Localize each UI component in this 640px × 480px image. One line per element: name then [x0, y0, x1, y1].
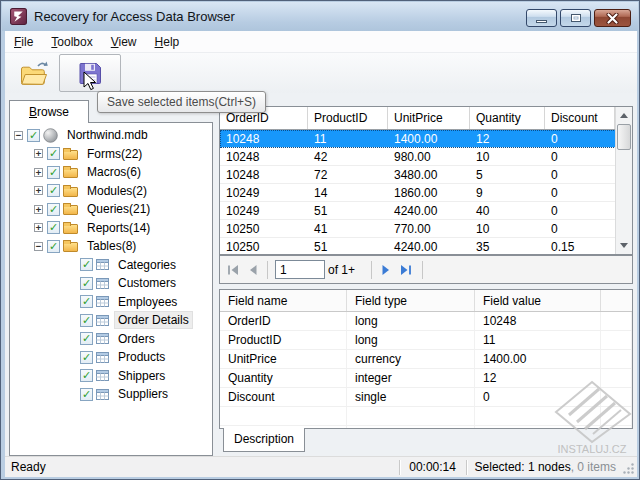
grid-row[interactable]: 10249 51 4240.00 40 0	[220, 202, 632, 220]
grid-row-selected[interactable]: 10248 11 1400.00 12 0	[220, 130, 632, 148]
checkbox-checked-icon[interactable]	[80, 277, 93, 290]
grid-row[interactable]: 10249 14 1860.00 9 0	[220, 184, 632, 202]
expand-icon[interactable]	[34, 205, 43, 214]
grid-row[interactable]: 10250 51 4240.00 35 0.15	[220, 238, 632, 255]
title-bar[interactable]: Recovery for Access Data Browser	[2, 2, 638, 31]
last-page-button[interactable]	[400, 264, 413, 276]
tab-description[interactable]: Description	[223, 428, 305, 452]
grid-cell: 10	[470, 150, 545, 164]
column-header[interactable]: Field name	[220, 290, 347, 311]
status-selected-nodes: Selected: 1 nodes	[475, 460, 571, 474]
checkbox-checked-icon[interactable]	[27, 129, 40, 142]
open-file-button[interactable]	[13, 56, 55, 91]
checkbox-checked-icon[interactable]	[47, 203, 60, 216]
save-tooltip: Save selected items(Ctrl+S)	[97, 91, 266, 113]
field-row[interactable]: ProductID long 11	[220, 331, 632, 350]
page-count-label: of 1+	[328, 263, 355, 277]
expand-icon[interactable]	[34, 149, 43, 158]
tree-item-label: Orders	[115, 331, 158, 347]
tree-item-order-details[interactable]: Order Details	[10, 311, 212, 330]
first-page-button[interactable]	[226, 264, 239, 276]
page-number-input[interactable]	[275, 260, 325, 279]
checkbox-checked-icon[interactable]	[47, 240, 60, 253]
tab-browse[interactable]: Browse	[9, 100, 89, 123]
checkbox-checked-icon[interactable]	[47, 184, 60, 197]
menu-file[interactable]: File	[5, 32, 42, 51]
field-type: integer	[347, 369, 475, 387]
checkbox-checked-icon[interactable]	[80, 258, 93, 271]
tree-item-shippers[interactable]: Shippers	[10, 367, 212, 386]
checkbox-checked-icon[interactable]	[47, 221, 60, 234]
column-header[interactable]: Discount	[545, 107, 615, 129]
field-value: 10248	[475, 312, 601, 330]
field-row[interactable]: OrderID long 10248	[220, 312, 632, 331]
grid-cell: 1860.00	[388, 186, 470, 200]
tree-item-orders[interactable]: Orders	[10, 330, 212, 349]
column-header[interactable]: Field type	[347, 290, 475, 311]
field-row[interactable]: UnitPrice currency 1400.00	[220, 350, 632, 369]
menu-bar: File Toolbox View Help	[5, 31, 637, 52]
column-header[interactable]: UnitPrice	[388, 107, 470, 129]
resize-grip[interactable]	[622, 457, 637, 477]
field-row[interactable]: Discount single 0	[220, 388, 632, 407]
tree-item-customers[interactable]: Customers	[10, 274, 212, 293]
scroll-down-button[interactable]	[616, 238, 632, 253]
expand-icon[interactable]	[34, 186, 43, 195]
next-page-icon	[381, 264, 392, 276]
tree-item-modules[interactable]: Modules(2)	[10, 182, 212, 201]
status-bar: Ready 00:00:14 Selected: 1 nodes, 0 item…	[5, 456, 637, 477]
grid-cell: 10248	[220, 150, 308, 164]
grid-row[interactable]: 10250 41 770.00 10 0	[220, 220, 632, 238]
tree-item-categories[interactable]: Categories	[10, 256, 212, 275]
checkbox-checked-icon[interactable]	[80, 314, 93, 327]
checkbox-checked-icon[interactable]	[47, 166, 60, 179]
expand-icon[interactable]	[34, 168, 43, 177]
collapse-icon[interactable]	[14, 131, 23, 140]
pager-separator	[422, 261, 423, 279]
tree-item-queries[interactable]: Queries(21)	[10, 200, 212, 219]
collapse-icon[interactable]	[34, 242, 43, 251]
menu-help[interactable]: Help	[146, 32, 189, 51]
column-header[interactable]: Field value	[475, 290, 601, 311]
column-header[interactable]: ProductID	[308, 107, 388, 129]
tree-item-tables[interactable]: Tables(8)	[10, 237, 212, 256]
status-ready: Ready	[5, 460, 399, 474]
field-name: UnitPrice	[220, 350, 347, 368]
checkbox-checked-icon[interactable]	[80, 369, 93, 382]
tree-item-employees[interactable]: Employees	[10, 293, 212, 312]
tree-item-suppliers[interactable]: Suppliers	[10, 385, 212, 404]
checkbox-checked-icon[interactable]	[80, 351, 93, 364]
tree-item-label: Forms(22)	[84, 146, 145, 162]
tree-item-label: Northwind.mdb	[64, 127, 151, 143]
previous-page-button[interactable]	[247, 264, 258, 276]
scroll-up-button[interactable]	[616, 108, 632, 123]
expand-icon[interactable]	[34, 223, 43, 232]
tree-item-label: Tables(8)	[84, 238, 139, 254]
field-row[interactable]: Quantity integer 12	[220, 369, 632, 388]
table-icon	[96, 389, 109, 400]
checkbox-checked-icon[interactable]	[80, 295, 93, 308]
field-type: single	[347, 388, 475, 406]
grid-row[interactable]: 10248 42 980.00 10 0	[220, 148, 632, 166]
checkbox-checked-icon[interactable]	[80, 332, 93, 345]
menu-toolbox[interactable]: Toolbox	[42, 32, 101, 51]
tree-item-macros[interactable]: Macros(6)	[10, 163, 212, 182]
tree-item-northwind[interactable]: Northwind.mdb	[10, 126, 212, 145]
grid-row[interactable]: 10248 72 3480.00 5 0	[220, 166, 632, 184]
field-type: currency	[347, 350, 475, 368]
scrollbar-thumb[interactable]	[617, 124, 631, 150]
tree-item-label: Shippers	[115, 368, 168, 384]
menu-view[interactable]: View	[102, 32, 146, 51]
maximize-button[interactable]	[560, 9, 591, 27]
next-page-button[interactable]	[381, 264, 392, 276]
checkbox-checked-icon[interactable]	[47, 147, 60, 160]
tree-item-products[interactable]: Products	[10, 348, 212, 367]
minimize-button[interactable]	[526, 9, 557, 27]
vertical-scrollbar[interactable]	[615, 107, 632, 254]
tree-item-reports[interactable]: Reports(14)	[10, 219, 212, 238]
checkbox-checked-icon[interactable]	[80, 388, 93, 401]
field-value: 11	[475, 331, 601, 349]
close-button[interactable]	[594, 9, 631, 27]
column-header[interactable]: Quantity	[470, 107, 545, 129]
tree-item-forms[interactable]: Forms(22)	[10, 145, 212, 164]
